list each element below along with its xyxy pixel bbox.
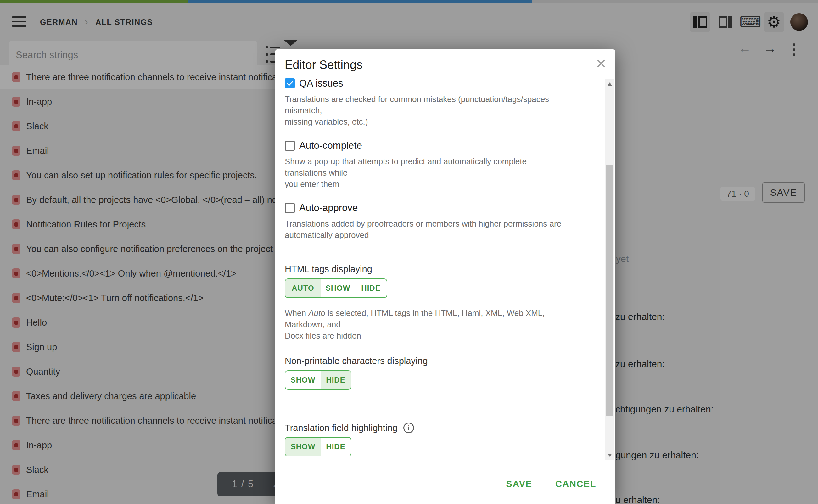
auto-approve-label[interactable]: Auto-approve [299,202,358,214]
field-highlighting-heading: Translation field highlighting [285,423,397,433]
non-printable-toggle: SHOWHIDE [285,370,351,390]
qa-issues-checkbox[interactable] [285,78,295,88]
field-highlighting-toggle: SHOWHIDE [285,437,351,456]
setting-field-highlighting: Translation field highlighting i SHOWHID… [285,423,574,433]
save-button[interactable]: SAVE [492,475,546,493]
toggle-option-auto[interactable]: AUTO [285,279,321,297]
toggle-option-hide[interactable]: HIDE [321,371,351,389]
html-tags-heading: HTML tags displaying [285,264,372,274]
cancel-button[interactable]: CANCEL [546,475,606,493]
auto-approve-checkbox[interactable] [285,203,295,213]
setting-non-printable: Non-printable characters displaying SHOW… [285,356,574,366]
auto-complete-description: Show a pop-up that attempts to predict a… [285,156,568,190]
toggle-option-hide[interactable]: HIDE [355,279,387,297]
editor-screen: GERMAN › ALL STRINGS ⌨ ⚙ Search strings … [0,0,818,504]
dialog-title: Editor Settings [285,58,362,72]
toggle-option-show[interactable]: SHOW [285,438,321,456]
scroll-down-icon[interactable] [608,454,612,457]
info-icon[interactable]: i [403,423,414,433]
qa-issues-label[interactable]: QA issues [299,78,343,89]
html-tags-description: When Auto is selected, HTML tags in the … [285,307,574,341]
editor-settings-dialog: Editor Settings × QA issues Translations… [275,49,615,504]
html-tags-toggle: AUTOSHOWHIDE [285,278,387,298]
auto-approve-description: Translations added by proofreaders or me… [285,218,561,241]
auto-complete-checkbox[interactable] [285,141,295,151]
dialog-scrollbar[interactable] [605,79,614,460]
toggle-option-show[interactable]: SHOW [285,371,321,389]
close-icon[interactable]: × [596,54,606,72]
dialog-footer: SAVE CANCEL [275,475,615,493]
non-printable-heading: Non-printable characters displaying [285,356,428,366]
qa-issues-description: Translations are checked for common mist… [285,93,568,127]
setting-html-tags: HTML tags displaying AUTOSHOWHIDE When A… [285,264,574,274]
auto-complete-label[interactable]: Auto-complete [299,140,362,151]
toggle-option-show[interactable]: SHOW [321,279,355,297]
scrollbar-thumb[interactable] [606,165,613,416]
toggle-option-hide[interactable]: HIDE [321,438,351,456]
scroll-up-icon[interactable] [608,82,612,86]
